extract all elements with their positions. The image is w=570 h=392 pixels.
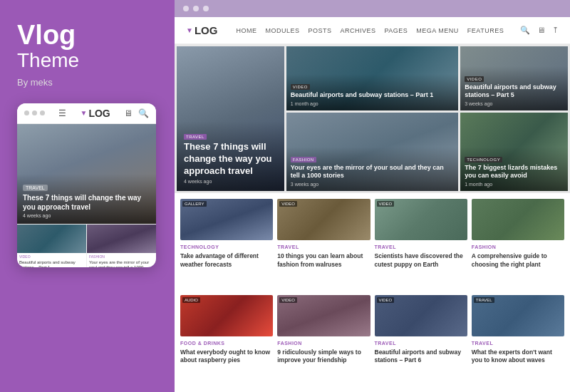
hero-date-3: 3 weeks ago xyxy=(465,101,564,106)
mobile-hero-tag: TRAVEL xyxy=(23,185,48,191)
article-thumb-7: VIDEO xyxy=(375,295,467,336)
article-title-7[interactable]: Beautiful airports and subway stations –… xyxy=(375,349,467,366)
article-tag-8: TRAVEL xyxy=(472,341,564,346)
chrome-dot-2 xyxy=(193,6,199,11)
nav-icon-group: 🔍 🖥 ⤒ xyxy=(520,26,559,35)
hero-date-5: 1 month ago xyxy=(465,182,564,187)
hero-card-center[interactable]: TRAVEL These 7 things will change the wa… xyxy=(177,46,284,191)
nav-features[interactable]: FEATURES xyxy=(467,27,504,34)
article-title-5[interactable]: What everybody ought to know about raspb… xyxy=(180,349,273,366)
nav-items: HOME MODULES POSTS ARCHIVES PAGES MEGA M… xyxy=(236,27,509,34)
mobile-logo: ▼ LOG xyxy=(81,108,110,119)
article-thumb-2: VIDEO xyxy=(277,199,370,240)
article-title-6[interactable]: 9 ridiculously simple ways to improve yo… xyxy=(277,349,370,366)
article-card-8: TRAVEL TRAVEL What the experts don't wan… xyxy=(472,295,564,387)
article-tag-1: TECHNOLOGY xyxy=(180,244,273,249)
monitor-icon: 🖥 xyxy=(124,108,133,118)
nav-posts[interactable]: POSTS xyxy=(308,27,331,34)
hero-title-center: These 7 things will change the way you a… xyxy=(184,141,277,177)
mobile-hamburger[interactable]: ☰ xyxy=(58,108,66,118)
desktop-logo: ▼ LOG xyxy=(186,24,217,36)
article-card-2: VIDEO TRAVEL 10 things you can learn abo… xyxy=(277,199,370,291)
right-panel: ▼ LOG HOME MODULES POSTS ARCHIVES PAGES … xyxy=(175,0,570,392)
hero-grid: VIDEO Beautiful airports and subway stat… xyxy=(175,44,570,193)
nav-mega-menu[interactable]: MEGA MENU xyxy=(416,27,459,34)
hero-tag-5: TECHNOLOGY xyxy=(465,157,502,163)
monitor-icon[interactable]: 🖥 xyxy=(537,26,545,35)
article-card-6: VIDEO FASHION 9 ridiculously simple ways… xyxy=(277,295,370,387)
chrome-dot-1 xyxy=(183,6,189,11)
hero-tag-3: VIDEO xyxy=(465,76,484,82)
hero-title-1: Beautiful airports and subway stations –… xyxy=(291,91,454,100)
nav-home[interactable]: HOME xyxy=(236,27,256,34)
hero-tag-1: VIDEO xyxy=(291,84,310,90)
chrome-dot-3 xyxy=(203,6,209,11)
mobile-hero-image: TRAVEL These 7 things will change the wa… xyxy=(17,124,156,224)
mobile-nav-bar: ☰ ▼ LOG 🖥 🔍 xyxy=(17,103,156,124)
article-thumb-8: TRAVEL xyxy=(472,295,564,336)
hero-card-5[interactable]: TECHNOLOGY The 7 biggest lizards mistake… xyxy=(460,113,568,191)
hero-card-1[interactable]: VIDEO Beautiful airports and subway stat… xyxy=(286,46,458,110)
article-card-1: GALLERY TECHNOLOGY Take advantage of dif… xyxy=(180,199,273,291)
article-title-4[interactable]: A comprehensive guide to choosing the ri… xyxy=(472,252,564,269)
hero-tag-center: TRAVEL xyxy=(184,134,207,140)
mobile-hero-date: 4 weeks ago xyxy=(23,213,150,218)
nav-pages[interactable]: PAGES xyxy=(384,27,408,34)
article-tag-6: FASHION xyxy=(277,341,370,346)
article-tag-5: FOOD & DRINKS xyxy=(180,341,273,346)
article-card-7: VIDEO TRAVEL Beautiful airports and subw… xyxy=(375,295,467,387)
hero-title-4: Your eyes are the mirror of your soul an… xyxy=(291,164,454,180)
article-title-3[interactable]: Scientists have discovered the cutest pu… xyxy=(375,252,467,269)
mobile-thumbnails: VIDEO Beautiful airports and subway stat… xyxy=(17,224,156,267)
nav-modules[interactable]: MODULES xyxy=(265,27,299,34)
article-thumb-5: AUDIO xyxy=(180,295,273,336)
hero-date-center: 4 weeks ago xyxy=(184,179,277,184)
mobile-mockup: ☰ ▼ LOG 🖥 🔍 TRAVEL These 7 things will c… xyxy=(17,103,156,267)
search-icon[interactable]: 🔍 xyxy=(520,26,530,35)
article-grid: GALLERY TECHNOLOGY Take advantage of dif… xyxy=(175,193,570,392)
article-tag-7: TRAVEL xyxy=(375,341,467,346)
hero-date-1: 1 month ago xyxy=(291,101,454,106)
mobile-thumb-1: VIDEO Beautiful airports and subway stat… xyxy=(17,225,87,267)
hero-card-3[interactable]: VIDEO Beautiful airports and subway stat… xyxy=(460,46,568,110)
hero-card-4[interactable]: FASHION Your eyes are the mirror of your… xyxy=(286,113,458,191)
article-tag-3: TRAVEL xyxy=(375,244,467,249)
article-tag-2: TRAVEL xyxy=(277,244,370,249)
article-thumb-6: VIDEO xyxy=(277,295,370,336)
desktop-content: VIDEO Beautiful airports and subway stat… xyxy=(175,44,570,392)
browser-chrome xyxy=(175,0,570,17)
mobile-thumb-2: FASHION Your eyes are the mirror of your… xyxy=(87,225,156,267)
article-title-2[interactable]: 10 things you can learn about fashion fr… xyxy=(277,252,370,269)
article-thumb-4 xyxy=(472,199,564,240)
share-icon[interactable]: ⤒ xyxy=(552,26,559,35)
article-tag-4: FASHION xyxy=(472,244,564,249)
nav-archives[interactable]: ARCHIVES xyxy=(340,27,375,34)
search-icon: 🔍 xyxy=(138,108,149,118)
article-card-5: AUDIO FOOD & DRINKS What everybody ought… xyxy=(180,295,273,387)
article-thumb-1: GALLERY xyxy=(180,199,273,240)
article-title-8[interactable]: What the experts don't want you to know … xyxy=(472,349,564,366)
hero-date-4: 3 weeks ago xyxy=(291,182,454,187)
hero-tag-4: FASHION xyxy=(291,157,316,163)
brand-title: Vlog Theme By meks xyxy=(17,21,157,88)
hero-title-3: Beautiful airports and subway stations –… xyxy=(465,83,564,100)
article-card-4: FASHION A comprehensive guide to choosin… xyxy=(472,199,564,291)
desktop-nav: ▼ LOG HOME MODULES POSTS ARCHIVES PAGES … xyxy=(175,17,570,44)
desktop-window: ▼ LOG HOME MODULES POSTS ARCHIVES PAGES … xyxy=(175,17,570,392)
mobile-nav-icons: 🖥 🔍 xyxy=(124,108,149,118)
article-title-1[interactable]: Take advantage of different weather fore… xyxy=(180,252,273,269)
mobile-hero-title: These 7 things will change the way you a… xyxy=(23,193,150,212)
left-panel: Vlog Theme By meks ☰ ▼ LOG 🖥 🔍 TRAVE xyxy=(0,0,175,392)
article-card-3: VIDEO TRAVEL Scientists have discovered … xyxy=(375,199,467,291)
article-thumb-3: VIDEO xyxy=(375,199,467,240)
hero-title-5: The 7 biggest lizards mistakes you can e… xyxy=(465,164,564,180)
